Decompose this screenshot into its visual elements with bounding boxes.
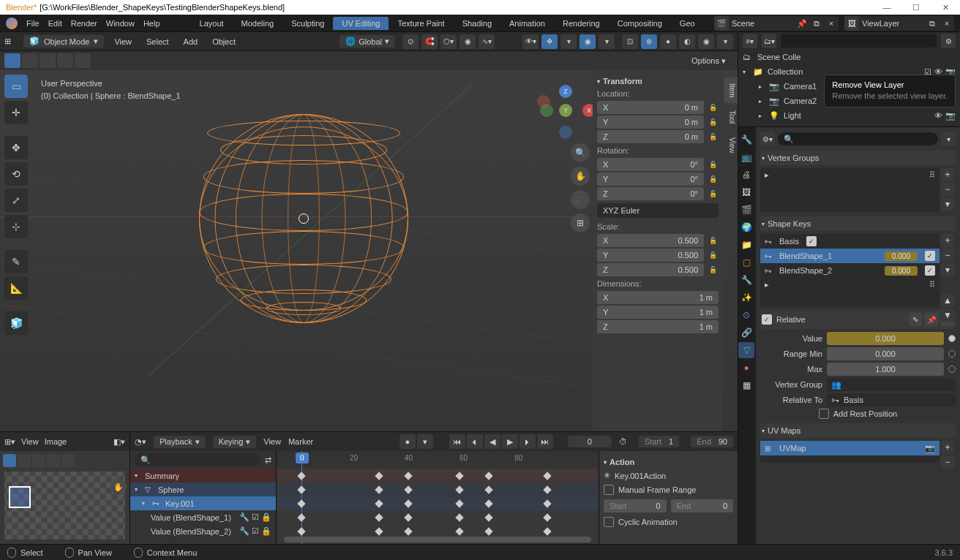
gizmo-icon[interactable]: ✥ (541, 34, 558, 49)
jump-end-icon[interactable]: ⏭ (537, 434, 553, 449)
nav-gizmo[interactable]: Z X Y (540, 85, 591, 136)
lock-icon[interactable]: 🔓 (707, 173, 719, 186)
rotate-tool[interactable]: ⟲ (4, 162, 28, 186)
scene-collection-row[interactable]: 🗂Scene Colle (738, 50, 960, 64)
dim-z-field[interactable]: Z1 m (597, 320, 719, 333)
tab-rendering[interactable]: Rendering (554, 17, 609, 30)
jump-start-icon[interactable]: ⏮ (449, 434, 465, 449)
specials-button[interactable]: ▾ (941, 197, 954, 211)
pan-icon[interactable]: ✋ (571, 167, 590, 186)
proportional-icon[interactable]: ◉ (460, 34, 476, 49)
menu-render[interactable]: Render (71, 19, 97, 28)
add-button[interactable]: + (941, 234, 954, 247)
menu-window[interactable]: Window (106, 19, 135, 28)
uv-select-box[interactable] (3, 454, 16, 467)
mute-checkbox[interactable]: ☑ (252, 526, 259, 536)
keyframe-dot[interactable] (948, 350, 956, 357)
tab-render[interactable]: 🔧 (738, 132, 754, 148)
wrench-icon[interactable]: 🔧 (239, 512, 250, 522)
uv-maps-title[interactable]: UV Maps (760, 423, 956, 438)
lock-icon[interactable]: 🔓 (707, 116, 719, 129)
remove-button[interactable]: − (941, 249, 954, 262)
location-x-field[interactable]: X0 m (597, 101, 704, 114)
shading-dd-icon[interactable]: ▾ (717, 34, 733, 49)
annotate-tool[interactable]: ✎ (4, 250, 28, 273)
tab-modifiers[interactable]: 🔧 (738, 272, 754, 288)
scale-y-field[interactable]: Y0.500 (597, 249, 704, 262)
select-mode-subtract[interactable] (40, 53, 56, 68)
add-cube-tool[interactable]: 🧊 (4, 311, 28, 335)
filter-icon[interactable]: ⇄ (265, 455, 271, 465)
editor-type-icon[interactable]: ≡▾ (743, 34, 757, 48)
tab-uv-editing[interactable]: UV Editing (333, 17, 389, 30)
editor-type-icon[interactable]: ⊞▾ (4, 437, 15, 447)
rotation-z-field[interactable]: Z0° (597, 187, 704, 200)
range-min-field[interactable]: 0.000 (827, 347, 944, 360)
dim-x-field[interactable]: X1 m (597, 291, 719, 304)
add-button[interactable]: + (941, 168, 954, 181)
tab-viewlayer[interactable]: 🖼 (738, 184, 754, 200)
vp-menu-object[interactable]: Object (208, 36, 240, 48)
remove-viewlayer-icon[interactable]: × (940, 16, 954, 31)
object-row[interactable]: ▾▽Sphere (130, 483, 276, 496)
shape-keys-title[interactable]: Shape Keys (760, 216, 956, 231)
play-icon[interactable]: ▶ (502, 434, 518, 449)
pivot-icon[interactable]: ⊙ (402, 34, 419, 49)
end-frame-field[interactable]: End90 (691, 436, 733, 447)
lock-icon[interactable]: 🔓 (707, 130, 719, 143)
vp-menu-add[interactable]: Add (179, 36, 203, 48)
uv-pan-icon[interactable]: ✋ (110, 479, 127, 495)
scene-name-input[interactable] (729, 19, 795, 28)
uv-maps-list[interactable]: ⊞UVMap📷 (760, 441, 940, 463)
mute-checkbox[interactable]: ✓ (806, 236, 817, 246)
mute-checkbox[interactable]: ✓ (925, 251, 935, 261)
channel-row[interactable]: Value (BlendShape_1)🔧☑🔒 (130, 510, 276, 524)
maximize-button[interactable]: ☐ (901, 0, 931, 15)
tab-object[interactable]: ▢ (738, 254, 754, 270)
shapekey-edit-mode-icon[interactable]: ✎ (909, 313, 922, 326)
autokey-dd-icon[interactable]: ▾ (417, 434, 433, 449)
editor-type-icon[interactable]: ⚙▾ (760, 132, 775, 146)
summary-row[interactable]: ▾Summary (130, 469, 276, 483)
shapekey-value-field[interactable]: 0.000 (827, 332, 944, 345)
snap-mode-icon[interactable]: ⬡▾ (440, 34, 457, 49)
shading-rendered-icon[interactable]: ◉ (698, 34, 714, 49)
channel-search-input[interactable] (135, 453, 260, 466)
channel-row[interactable]: Value (BlendShape_2)🔧☑🔒 (130, 524, 276, 538)
uv-menu-view[interactable]: View (21, 437, 39, 446)
axis-neg-z-icon[interactable] (559, 126, 572, 139)
lock-icon[interactable]: 🔒 (261, 526, 271, 536)
tl-menu-keying[interactable]: Keying ▾ (213, 436, 257, 448)
dopesheet-graph[interactable]: 0 20 40 60 80 (277, 451, 599, 544)
start-frame-field[interactable]: Start1 (639, 436, 679, 447)
shapekey-pin-icon[interactable]: 📌 (925, 313, 938, 326)
tab-shading[interactable]: Shading (454, 17, 500, 30)
timeline-scrollbar[interactable] (284, 537, 591, 542)
lock-icon[interactable]: 🔓 (707, 158, 719, 171)
tab-physics[interactable]: ⊙ (738, 307, 754, 323)
close-button[interactable]: ✕ (931, 0, 960, 15)
tab-view[interactable]: View (724, 132, 738, 159)
location-z-field[interactable]: Z0 m (597, 130, 704, 143)
relative-to-field[interactable]: 🗝Basis (827, 393, 956, 406)
uv-select-subtract[interactable] (32, 454, 45, 467)
tab-world[interactable]: 🌍 (738, 219, 754, 235)
wrench-icon[interactable]: 🔧 (239, 526, 250, 536)
keyframe-dot[interactable] (948, 335, 956, 342)
options-icon[interactable]: ▾ (941, 132, 956, 146)
lock-icon[interactable]: 🔒 (261, 512, 271, 522)
render-uv-icon[interactable]: 📷 (925, 444, 935, 453)
lock-icon[interactable]: 🔓 (707, 187, 719, 200)
vertex-groups-list[interactable]: ▸⠿ (760, 168, 940, 212)
list-item[interactable]: 🗝BlendShape_20.000✓ (760, 263, 940, 278)
tab-constraints[interactable]: 🔗 (738, 325, 754, 341)
play-reverse-icon[interactable]: ◀ (484, 434, 500, 449)
menu-help[interactable]: Help (143, 19, 160, 28)
overlays-icon[interactable]: ◉ (580, 34, 596, 49)
xray-icon[interactable]: ⊡ (622, 34, 638, 49)
properties-search-input[interactable] (778, 132, 938, 145)
options-dropdown[interactable]: Options ▾ (684, 55, 733, 67)
move-down-button[interactable]: ▼ (941, 309, 954, 322)
remove-button[interactable]: − (941, 455, 954, 469)
snap-icon[interactable]: 🧲 (421, 34, 438, 49)
